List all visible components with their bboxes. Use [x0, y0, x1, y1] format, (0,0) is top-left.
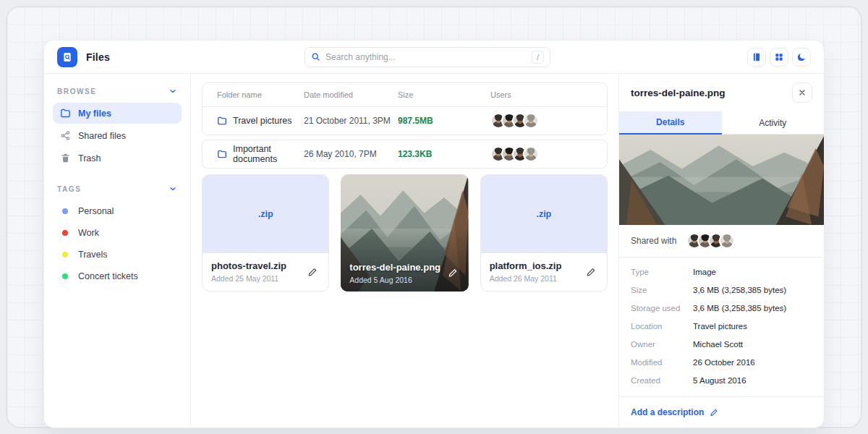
document-search-icon — [61, 51, 73, 63]
tag-item-personal[interactable]: Personal — [53, 200, 182, 222]
tag-label: Travels — [78, 250, 108, 260]
tags-section-label: TAGS — [57, 185, 81, 193]
column-header-size: Size — [398, 90, 490, 99]
tag-item-work[interactable]: Work — [53, 222, 182, 244]
sidebar-item-label: My files — [78, 109, 111, 119]
files-app-window: Files / — [43, 40, 825, 428]
shared-with-section: Shared with — [619, 225, 824, 258]
column-header-users: Users — [490, 90, 592, 99]
tab-details[interactable]: Details — [619, 111, 722, 135]
file-card-platform-ios-zip[interactable]: .zip platform_ios.zip Added 26 May 2011 — [480, 174, 608, 292]
folder-size: 123.3KB — [398, 149, 490, 159]
file-name: torres-del-paine.png — [349, 262, 441, 273]
folder-name: Travel pictures — [233, 116, 292, 126]
grid-view-icon — [774, 52, 784, 62]
detail-row-type: Type Image — [631, 263, 812, 281]
folder-icon — [217, 116, 227, 126]
rename-button[interactable] — [446, 266, 460, 280]
add-description-button[interactable]: Add a description — [619, 397, 824, 427]
search-bar[interactable]: / — [305, 47, 550, 67]
detail-row-owner: Owner Michael Scott — [631, 335, 812, 353]
search-input[interactable] — [326, 52, 532, 62]
table-row-travel-pictures[interactable]: Travel pictures 21 October 2011, 3PM 987… — [203, 107, 607, 135]
tag-label: Work — [78, 228, 99, 238]
tag-label: Concert tickets — [78, 271, 138, 281]
folders-table-continued: Important documents 26 May 2010, 7PM 123… — [202, 140, 608, 169]
browse-section-label: BROWSE — [57, 88, 97, 95]
sidebar-item-label: Trash — [78, 153, 101, 163]
shared-with-avatars — [686, 233, 735, 249]
file-name: platform_ios.zip — [490, 260, 598, 271]
app-logo[interactable] — [57, 47, 77, 67]
share-icon — [59, 130, 71, 141]
main-content: Folder name Date modified Size Users Tra… — [191, 74, 618, 427]
file-added-date: Added 5 Aug 2016 — [349, 276, 441, 284]
folder-icon — [59, 108, 71, 119]
sidebar-item-trash[interactable]: Trash — [53, 148, 182, 169]
folder-size: 987.5MB — [398, 116, 490, 126]
sidebar-item-shared-files[interactable]: Shared files — [53, 125, 182, 146]
tags-section-header[interactable]: TAGS — [53, 182, 182, 196]
moon-icon — [796, 52, 807, 62]
shared-with-label: Shared with — [631, 236, 676, 246]
pencil-icon — [448, 268, 459, 278]
topbar: Files / — [44, 41, 824, 74]
zip-badge: .zip — [536, 209, 551, 219]
grid-view-button[interactable] — [770, 48, 788, 67]
avatar — [523, 113, 539, 129]
file-card-torres-del-paine-png[interactable]: torres-del-paine.png Added 5 Aug 2016 — [341, 174, 468, 292]
chevron-down-icon — [169, 87, 177, 95]
search-shortcut-badge: / — [532, 51, 544, 64]
sidebar-item-my-files[interactable]: My files — [53, 103, 182, 124]
zip-badge: .zip — [258, 209, 273, 219]
close-icon — [798, 88, 807, 97]
detail-row-storage-used: Storage used 3,6 MB (3,258,385 bytes) — [631, 299, 812, 317]
date-modified: 21 October 2011, 3PM — [304, 116, 398, 126]
trash-icon — [59, 153, 71, 163]
pencil-icon — [586, 267, 597, 278]
file-details-list: Type Image Size 3,6 MB (3,258,385 bytes)… — [619, 258, 824, 397]
sidebar: BROWSE My files Shared files — [44, 74, 191, 427]
detail-row-modified: Modified 26 October 2016 — [631, 353, 812, 371]
rename-button[interactable] — [584, 265, 598, 279]
app-title: Files — [86, 51, 110, 63]
folder-name: Important documents — [233, 144, 304, 164]
details-panel: torres-del-paine.png Details Activity — [618, 74, 824, 427]
pencil-icon — [710, 408, 719, 417]
folders-table: Folder name Date modified Size Users Tra… — [202, 82, 608, 135]
topbar-actions — [747, 48, 811, 67]
tag-color-dot — [62, 208, 68, 214]
column-header-date-modified: Date modified — [304, 90, 398, 99]
tag-color-dot — [62, 273, 68, 279]
pencil-icon — [307, 267, 318, 278]
panel-tabs: Details Activity — [619, 111, 824, 135]
file-name: photos-travel.zip — [211, 260, 320, 271]
close-panel-button[interactable] — [792, 82, 812, 103]
folder-icon — [217, 149, 227, 159]
users-avatars — [490, 146, 592, 162]
tag-label: Personal — [78, 206, 114, 216]
rename-button[interactable] — [306, 265, 320, 279]
table-row-important-documents[interactable]: Important documents 26 May 2010, 7PM 123… — [203, 140, 607, 168]
file-cards-row: .zip photos-travel.zip Added 25 May 2011 — [202, 174, 608, 292]
notebook-button[interactable] — [747, 48, 766, 67]
tag-color-dot — [62, 252, 68, 258]
avatar — [719, 233, 735, 249]
tab-activity[interactable]: Activity — [722, 111, 825, 135]
file-added-date: Added 25 May 2011 — [211, 274, 320, 283]
table-header-row: Folder name Date modified Size Users — [203, 83, 607, 107]
chevron-down-icon — [169, 184, 177, 193]
file-card-photos-travel-zip[interactable]: .zip photos-travel.zip Added 25 May 2011 — [202, 174, 329, 292]
avatar — [523, 146, 539, 162]
sidebar-item-label: Shared files — [78, 131, 126, 141]
detail-row-size: Size 3,6 MB (3,258,385 bytes) — [631, 281, 812, 299]
dark-mode-button[interactable] — [792, 48, 811, 67]
detail-row-location: Location Travel pictures — [631, 317, 812, 335]
zip-thumbnail: .zip — [203, 175, 328, 253]
panel-file-title: torres-del-paine.png — [631, 88, 726, 98]
browse-section-header[interactable]: BROWSE — [53, 84, 182, 98]
tag-item-travels[interactable]: Travels — [53, 244, 182, 265]
search-icon — [311, 52, 320, 61]
book-icon — [752, 52, 762, 62]
tag-item-concert-tickets[interactable]: Concert tickets — [53, 265, 182, 287]
